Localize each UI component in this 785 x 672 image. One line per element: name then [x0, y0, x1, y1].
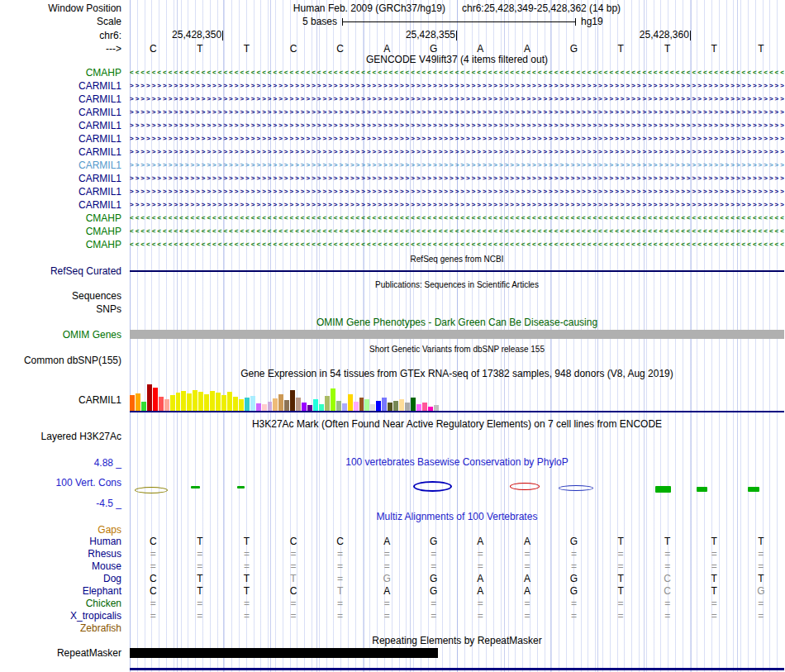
gtex-tissue-bar[interactable] [210, 391, 215, 412]
gtex-tissue-bar[interactable] [382, 398, 387, 412]
gene-label[interactable]: CMAHP [0, 212, 126, 224]
gtex-tissue-bar[interactable] [325, 396, 330, 412]
gene-strand-left-arrows[interactable]: <<<<<<<<<<<<<<<<<<<<<<<<<<<<<<<<<<<<<<<<… [130, 239, 784, 250]
gtex-tissue-bar[interactable] [284, 400, 289, 412]
gtex-tissue-bar[interactable] [290, 390, 295, 412]
gene-strand-right-arrows[interactable]: >>>>>>>>>>>>>>>>>>>>>>>>>>>>>>>>>>>>>>>>… [130, 133, 784, 145]
gene-label[interactable]: CARMIL1 [0, 199, 126, 211]
gene-label[interactable]: CARMIL1 [0, 80, 126, 92]
base-letter: C [316, 43, 364, 55]
repeatmasker-element[interactable] [130, 648, 438, 658]
gtex-tissue-bar[interactable] [233, 397, 238, 412]
gene-strand-right-arrows[interactable]: >>>>>>>>>>>>>>>>>>>>>>>>>>>>>>>>>>>>>>>>… [130, 173, 784, 184]
gene-strand-left-arrows[interactable]: <<<<<<<<<<<<<<<<<<<<<<<<<<<<<<<<<<<<<<<<… [130, 212, 784, 224]
gene-label[interactable]: CARMIL1 [0, 93, 126, 105]
alignment-base: = [597, 598, 645, 609]
gtex-tissue-bar[interactable] [159, 397, 164, 412]
gtex-gene-label[interactable]: CARMIL1 [0, 394, 126, 406]
snps-label[interactable]: SNPs [0, 303, 126, 315]
gtex-tissue-bar[interactable] [221, 395, 226, 412]
alignment-base: = [130, 560, 177, 572]
gtex-tissue-bar[interactable] [239, 399, 244, 412]
gtex-tissue-bar[interactable] [411, 398, 416, 412]
gtex-tissue-bar[interactable] [313, 399, 318, 412]
refseq-curated-label[interactable]: RefSeq Curated [0, 265, 126, 277]
gene-strand-right-arrows[interactable]: >>>>>>>>>>>>>>>>>>>>>>>>>>>>>>>>>>>>>>>>… [130, 120, 784, 131]
gtex-tissue-bar[interactable] [331, 388, 335, 412]
species-label[interactable]: X_tropicalis [0, 610, 126, 622]
gtex-tissue-bar[interactable] [204, 394, 209, 412]
gtex-tissue-bar[interactable] [364, 399, 369, 412]
gene-label[interactable]: CMAHP [0, 239, 126, 250]
gtex-tissue-bar[interactable] [273, 398, 278, 412]
species-label[interactable]: Gaps [0, 524, 126, 536]
gtex-tissue-bar[interactable] [170, 395, 175, 412]
sequences-label[interactable]: Sequences [0, 290, 126, 302]
gtex-tissue-bar[interactable] [130, 395, 135, 412]
gtex-tissue-bar[interactable] [245, 398, 250, 412]
species-label[interactable]: Dog [0, 573, 126, 584]
gtex-tissue-bar[interactable] [181, 391, 186, 412]
omim-genes-bar[interactable] [130, 330, 784, 339]
gtex-tissue-bar[interactable] [296, 398, 301, 412]
gene-label[interactable]: CARMIL1 [0, 146, 126, 158]
gene-strand-right-arrows[interactable]: >>>>>>>>>>>>>>>>>>>>>>>>>>>>>>>>>>>>>>>>… [130, 146, 784, 158]
gtex-tissue-bar[interactable] [153, 388, 158, 412]
gtex-tissue-bar[interactable] [278, 394, 283, 412]
gene-strand-left-arrows[interactable]: <<<<<<<<<<<<<<<<<<<<<<<<<<<<<<<<<<<<<<<<… [130, 67, 784, 79]
gtex-tissue-bar[interactable] [164, 399, 169, 412]
alignment-base: = [223, 560, 270, 572]
gtex-tissue-bar[interactable] [250, 396, 255, 412]
gene-label[interactable]: CARMIL1 [0, 133, 126, 145]
phylop-track-label[interactable]: 100 Vert. Cons [0, 477, 126, 489]
gtex-tissue-bar[interactable] [193, 390, 197, 412]
species-label[interactable]: Chicken [0, 598, 126, 609]
dbsnp-label[interactable]: Common dbSNP(155) [0, 355, 126, 366]
species-label[interactable]: Elephant [0, 585, 126, 597]
gtex-tissue-bar[interactable] [359, 398, 364, 412]
gene-label[interactable]: CARMIL1 [0, 160, 126, 171]
gene-label[interactable]: CARMIL1 [0, 120, 126, 131]
gene-label[interactable]: CMAHP [0, 226, 126, 237]
gtex-tissue-bar[interactable] [187, 393, 192, 412]
gtex-tissue-bar[interactable] [147, 384, 152, 412]
h3k27ac-label[interactable]: Layered H3K27Ac [0, 431, 126, 442]
gtex-bar-chart[interactable] [130, 380, 439, 412]
gtex-tissue-bar[interactable] [399, 399, 404, 412]
gene-strand-right-arrows[interactable]: >>>>>>>>>>>>>>>>>>>>>>>>>>>>>>>>>>>>>>>>… [130, 199, 784, 211]
gene-label[interactable]: CMAHP [0, 67, 126, 79]
species-label[interactable]: Human [0, 536, 126, 547]
gene-strand-right-arrows[interactable]: >>>>>>>>>>>>>>>>>>>>>>>>>>>>>>>>>>>>>>>>… [130, 107, 784, 118]
gene-strand-right-arrows[interactable]: >>>>>>>>>>>>>>>>>>>>>>>>>>>>>>>>>>>>>>>>… [130, 93, 784, 105]
repeatmasker-label[interactable]: RepeatMasker [0, 647, 126, 659]
gtex-tissue-bar[interactable] [348, 394, 353, 412]
alignment-base: T [270, 573, 317, 584]
refseq-curated-line[interactable] [130, 270, 784, 272]
alignment-base: = [738, 598, 785, 609]
strand-direction-label[interactable]: ---> [0, 43, 126, 55]
alignment-base: G [410, 536, 457, 547]
alignment-base: T [597, 573, 645, 584]
gene-strand-left-arrows[interactable]: <<<<<<<<<<<<<<<<<<<<<<<<<<<<<<<<<<<<<<<<… [130, 226, 784, 237]
gtex-tissue-bar[interactable] [227, 392, 232, 412]
gene-label[interactable]: CARMIL1 [0, 186, 126, 198]
gene-label[interactable]: CARMIL1 [0, 107, 126, 118]
alignment-base: = [644, 560, 691, 572]
gene-strand-right-arrows[interactable]: >>>>>>>>>>>>>>>>>>>>>>>>>>>>>>>>>>>>>>>>… [130, 80, 784, 92]
alignment-base: = [177, 560, 224, 572]
gtex-tissue-bar[interactable] [198, 392, 203, 412]
species-label[interactable]: Rhesus [0, 548, 126, 560]
species-label[interactable]: Zebrafish [0, 622, 126, 634]
species-label[interactable]: Mouse [0, 560, 126, 572]
alignment-base: = [130, 548, 177, 560]
gtex-tissue-bar[interactable] [176, 393, 181, 412]
omim-genes-label[interactable]: OMIM Genes [0, 329, 126, 341]
gene-transcript-row: CARMIL1>>>>>>>>>>>>>>>>>>>>>>>>>>>>>>>>>… [0, 80, 785, 92]
gene-strand-right-arrows[interactable]: >>>>>>>>>>>>>>>>>>>>>>>>>>>>>>>>>>>>>>>>… [130, 186, 784, 198]
gene-label[interactable]: CARMIL1 [0, 173, 126, 184]
gtex-tissue-bar[interactable] [136, 393, 140, 412]
gtex-tissue-bar[interactable] [216, 393, 221, 412]
scale-track-label[interactable]: Scale [0, 16, 126, 27]
gene-strand-right-arrows[interactable]: >>>>>>>>>>>>>>>>>>>>>>>>>>>>>>>>>>>>>>>>… [130, 160, 784, 171]
alignment-base: G [550, 536, 597, 547]
